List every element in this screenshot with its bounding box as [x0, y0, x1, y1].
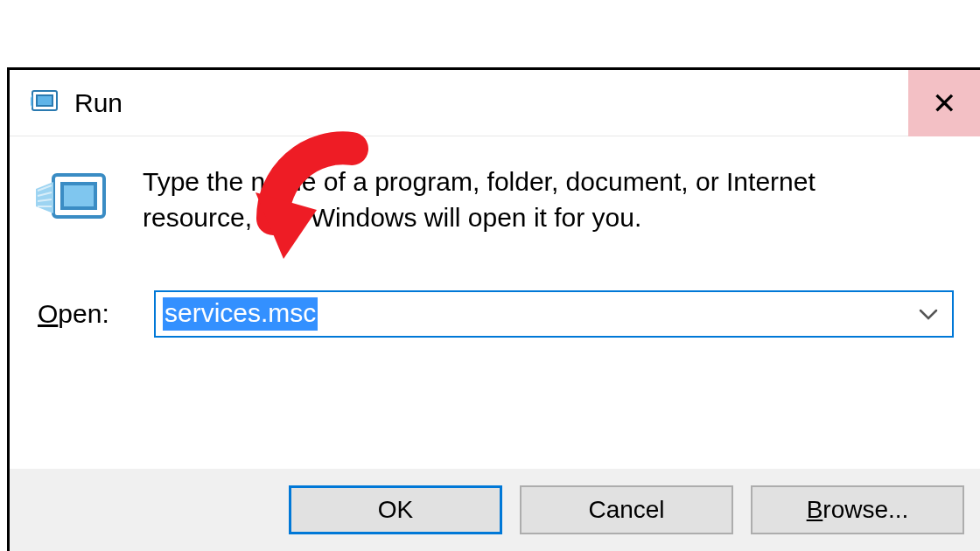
close-icon: ✕ — [932, 86, 956, 121]
open-combobox[interactable]: services.msc — [154, 290, 954, 338]
browse-button[interactable]: Browse... — [751, 485, 964, 534]
chevron-down-icon[interactable] — [919, 302, 938, 326]
dialog-body: Type the name of a program, folder, docu… — [10, 136, 980, 469]
title-bar: Run ✕ — [10, 70, 980, 136]
cancel-button[interactable]: Cancel — [520, 485, 733, 534]
open-input-value: services.msc — [163, 297, 318, 331]
svg-rect-2 — [38, 96, 52, 105]
ok-button[interactable]: OK — [289, 485, 502, 534]
open-label: Open: — [36, 299, 154, 329]
description-text: Type the name of a program, folder, docu… — [143, 164, 904, 235]
run-icon — [29, 86, 60, 121]
close-button[interactable]: ✕ — [908, 70, 980, 136]
svg-rect-5 — [64, 185, 94, 206]
dialog-footer: OK Cancel Browse... — [10, 469, 980, 551]
run-dialog: Run ✕ Type the name of a program, folder… — [7, 67, 980, 551]
run-large-icon — [34, 166, 111, 236]
window-title: Run — [74, 88, 122, 118]
